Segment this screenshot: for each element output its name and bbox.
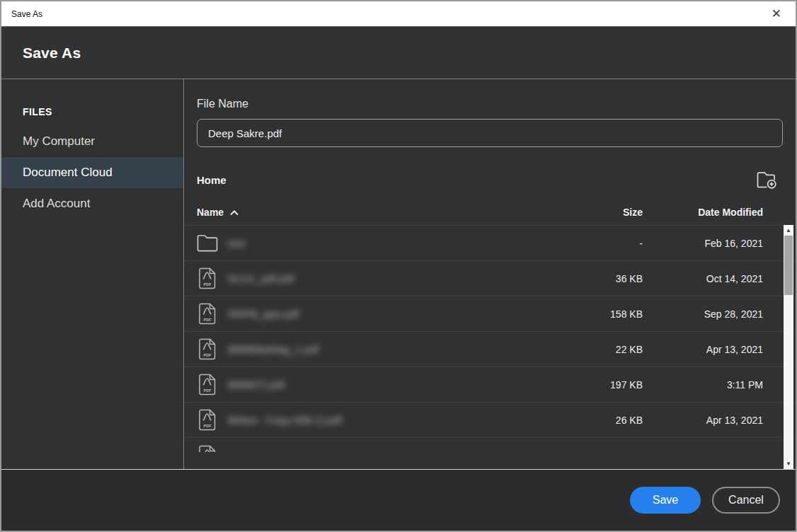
titlebar: Save As ✕ <box>1 1 796 27</box>
sort-ascending-icon <box>230 210 239 216</box>
pdf-file-icon: PDF <box>197 267 218 289</box>
file-date-modified: Feb 16, 2021 <box>643 238 763 249</box>
file-name-text: 888837).pdf <box>228 378 285 391</box>
pdf-file-icon: PDF <box>197 409 218 431</box>
file-name-text: 8Mast - Copy 898.1).pdf <box>228 414 342 426</box>
file-name-label: File Name <box>197 98 783 110</box>
file-date-modified: Apr 13, 2021 <box>643 415 763 426</box>
clipped-file-row[interactable]: PDF 900 - to Copy (950) - K 36 KB Apr 13… <box>184 437 796 452</box>
file-row[interactable]: PDF 900 - to Copy (950) - K 36 KB Apr 13… <box>184 438 796 452</box>
file-row[interactable]: PDF 888837).pdf 197 KB 3:11 PM <box>184 366 796 402</box>
svg-text:PDF: PDF <box>204 388 212 393</box>
file-rows: test - Feb 16, 2021 PDF Nr111_pdf.pdf 36… <box>184 225 796 452</box>
save-as-dialog: Save As ✕ Save As FILES My ComputerDocum… <box>0 0 797 532</box>
folder-plus-icon <box>756 170 777 190</box>
sidebar: FILES My ComputerDocument CloudAdd Accou… <box>1 79 184 469</box>
file-row[interactable]: PDF Nr111_pdf.pdf 36 KB Oct 14, 2021 <box>184 260 796 296</box>
location-label: Home <box>197 174 227 186</box>
file-name-text: test <box>228 237 245 249</box>
file-size: 22 KB <box>565 344 643 355</box>
dialog-footer: Save Cancel <box>1 469 796 531</box>
sidebar-item-add-account[interactable]: Add Account <box>1 188 183 219</box>
file-row[interactable]: PDF 8Mast - Copy 898.1).pdf 26 KB Apr 13… <box>184 402 796 437</box>
file-row[interactable]: PDF 8888MipMag_1.pdf 22 KB Apr 13, 2021 <box>184 331 796 366</box>
file-name-input[interactable] <box>197 119 783 147</box>
file-name-text: RNPB_ppo.pdf <box>228 308 299 320</box>
file-list: test - Feb 16, 2021 PDF Nr111_pdf.pdf 36… <box>184 225 796 469</box>
column-header-size[interactable]: Size <box>565 207 643 218</box>
svg-text:PDF: PDF <box>204 353 212 357</box>
sidebar-item-document-cloud[interactable]: Document Cloud <box>1 157 183 188</box>
file-date-modified: Oct 14, 2021 <box>643 273 763 284</box>
dialog-header: Save As <box>1 27 796 79</box>
column-header-name[interactable]: Name <box>197 207 565 218</box>
file-name-text: Nr111_pdf.pdf <box>228 272 294 284</box>
pdf-file-icon: PDF <box>197 374 218 395</box>
file-size: 26 KB <box>565 415 643 426</box>
sidebar-items: My ComputerDocument CloudAdd Account <box>1 126 183 219</box>
column-header-date[interactable]: Date Modified <box>643 207 763 218</box>
file-size: 158 KB <box>565 308 643 320</box>
sidebar-item-my-computer[interactable]: My Computer <box>1 126 183 157</box>
file-size: - <box>565 238 643 249</box>
scrollbar-thumb[interactable] <box>784 236 793 295</box>
pdf-file-icon: PDF <box>197 303 218 325</box>
file-name-text: 8888MipMag_1.pdf <box>228 343 319 355</box>
cancel-button[interactable]: Cancel <box>712 487 780 514</box>
dialog-body: FILES My ComputerDocument CloudAdd Accou… <box>1 79 796 469</box>
svg-text:PDF: PDF <box>204 424 212 428</box>
window-title: Save As <box>11 9 42 19</box>
file-size: 197 KB <box>565 379 643 391</box>
pdf-file-icon: PDF <box>197 445 218 453</box>
dialog-title: Save As <box>23 45 81 62</box>
scroll-down-icon[interactable]: ▼ <box>784 458 793 469</box>
file-size: 36 KB <box>565 273 643 284</box>
file-row[interactable]: test - Feb 16, 2021 <box>184 225 796 260</box>
file-date-modified: 3:11 PM <box>643 379 763 391</box>
scrollbar-track[interactable] <box>784 295 793 458</box>
folder-icon <box>197 234 218 252</box>
scrollbar[interactable]: ▲ ▼ <box>784 225 793 469</box>
save-button[interactable]: Save <box>630 487 701 514</box>
new-folder-button[interactable] <box>756 170 783 190</box>
table-header: Name Size Date Modified <box>184 200 796 225</box>
pdf-file-icon: PDF <box>197 338 218 360</box>
svg-text:PDF: PDF <box>204 318 212 322</box>
file-date-modified: Apr 13, 2021 <box>643 344 763 355</box>
close-icon[interactable]: ✕ <box>767 6 786 21</box>
file-date-modified: Apr 13, 2021 <box>643 450 763 452</box>
file-name-text: 900 - to Copy (950) - K <box>228 450 336 453</box>
svg-text:PDF: PDF <box>204 282 212 287</box>
sidebar-section-files: FILES <box>1 100 183 126</box>
column-name-label: Name <box>197 207 224 218</box>
file-size: 36 KB <box>565 450 643 452</box>
file-row[interactable]: PDF RNPB_ppo.pdf 158 KB Sep 28, 2021 <box>184 296 796 331</box>
file-date-modified: Sep 28, 2021 <box>643 308 763 320</box>
scroll-up-icon[interactable]: ▲ <box>784 225 793 236</box>
main-panel: File Name Home <box>184 79 796 469</box>
